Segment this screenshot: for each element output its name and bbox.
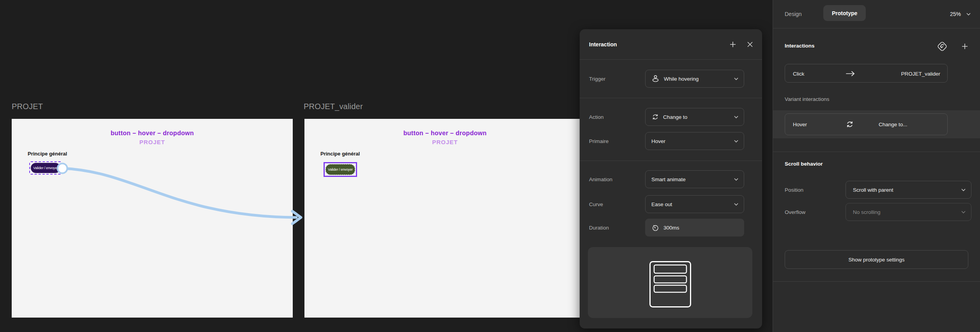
valider-envoyer-button-hover[interactable]: Valider / envoyer [325,164,355,175]
interaction-dialog: Interaction Trigger While hovering [580,29,762,328]
primaire-label: Primaire [589,132,609,150]
primaire-dropdown[interactable]: Hover [645,132,744,150]
chevron-down-icon [734,116,738,118]
frame-label-projet-valider[interactable]: PROJET_valider [304,102,363,111]
frame-projet[interactable]: button – hover – dropdown PROJET Princip… [12,119,293,318]
trigger-dropdown[interactable]: While hovering [645,70,744,88]
valider-button-selection: Valider / envoyer [324,162,357,177]
duration-value: 300ms [663,225,739,231]
primaire-value: Hover [651,138,730,144]
chevron-down-icon [961,211,966,214]
position-value: Scroll with parent [853,187,957,193]
action-dropdown[interactable]: Change to [645,108,744,126]
divider [580,161,762,161]
overflow-value: No scrolling [853,209,957,215]
interaction-target: PROJET_valider [901,64,940,83]
frame-label-projet[interactable]: PROJET [12,102,43,111]
scroll-behavior-heading: Scroll behavior [785,161,823,167]
valider-button-selection: Valider / envoyer [29,161,62,175]
plus-icon [729,41,737,48]
close-dialog-button[interactable] [745,39,755,49]
action-label: Action [589,108,604,126]
interactions-heading: Interactions [785,43,815,49]
action-value: Change to [663,114,730,120]
animation-label: Animation [589,170,612,188]
chevron-down-icon [734,178,738,181]
chevron-down-icon [734,78,738,80]
curve-dropdown[interactable]: Ease out [645,195,744,213]
frame-title: button – hover – dropdown [12,130,293,137]
preview-frame-icon [649,261,691,307]
right-panel: Design Prototype 25% Interactions [773,0,980,332]
chevron-down-icon [961,189,966,191]
add-interaction-button[interactable] [728,39,738,49]
variant-interactions-heading: Variant interactions [785,96,830,102]
divider [773,281,980,282]
frame-subtitle: PROJET [304,139,586,145]
add-interaction-button[interactable] [960,41,970,51]
animation-value: Smart animate [651,177,730,182]
chevron-down-icon [734,203,738,206]
tab-design[interactable]: Design [785,0,802,28]
valider-envoyer-button[interactable]: Valider / envoyer [31,163,60,173]
variant-action: Change to... [879,114,907,135]
plus-icon [961,42,969,50]
interaction-trigger: Click [793,64,804,83]
interactions-flow-button[interactable] [935,39,950,54]
swap-icon [846,114,854,135]
trigger-label: Trigger [589,70,605,88]
zoom-level-value: 25% [950,11,961,17]
close-icon [746,41,754,48]
chevron-down-icon [966,13,971,16]
position-label: Position [785,181,803,199]
curve-label: Curve [589,195,603,213]
frame-projet-valider[interactable]: button – hover – dropdown PROJET Princip… [304,119,586,318]
dialog-title: Interaction [589,29,617,59]
while-hovering-icon [651,74,660,83]
overflow-dropdown[interactable]: No scrolling [846,203,971,221]
frame-section-label: Principe général [320,151,360,157]
frame-section-label: Principe général [28,151,67,157]
interaction-row-click[interactable]: Click PROJET_valider [785,64,948,83]
zoom-level-selector[interactable]: 25% [950,0,971,28]
divider [580,59,762,60]
tab-prototype[interactable]: Prototype [823,5,866,21]
frame-title: button – hover – dropdown [304,130,586,137]
animation-preview[interactable] [588,247,752,318]
right-arrow-icon [846,64,855,83]
stopwatch-icon [651,223,660,232]
variant-interaction-row-hover[interactable]: Hover Change to... [785,113,948,135]
duration-label: Duration [589,219,609,237]
figma-prototype-workspace: PROJET button – hover – dropdown PROJET … [0,0,980,332]
overflow-label: Overflow [785,203,805,221]
show-prototype-settings-button[interactable]: Show prototype settings [785,250,968,269]
variant-trigger: Hover [793,114,807,135]
frame-subtitle: PROJET [12,139,293,145]
divider [580,98,762,98]
change-to-swap-icon [651,113,659,121]
duration-input[interactable]: 300ms [645,219,744,237]
interactions-flow-icon [936,40,949,53]
curve-value: Ease out [651,201,730,207]
divider [773,152,980,152]
divider [773,28,980,28]
trigger-value: While hovering [664,76,730,82]
position-dropdown[interactable]: Scroll with parent [846,181,971,199]
chevron-down-icon [734,140,738,143]
animation-dropdown[interactable]: Smart animate [645,170,744,188]
